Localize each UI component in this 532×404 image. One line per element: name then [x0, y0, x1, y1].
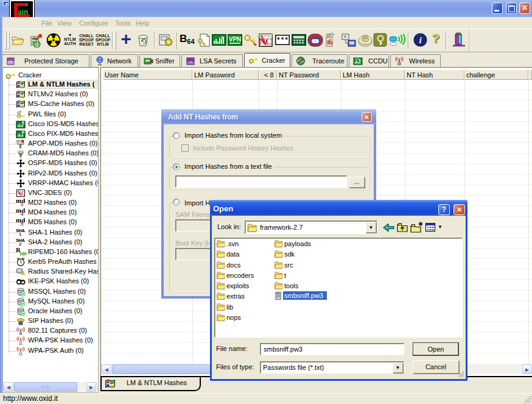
svg-text:***: ***: [276, 37, 289, 44]
svg-text:VPN: VPN: [229, 36, 242, 43]
svg-text:.7: .7: [219, 35, 223, 41]
svg-text:ain: ain: [18, 8, 28, 16]
